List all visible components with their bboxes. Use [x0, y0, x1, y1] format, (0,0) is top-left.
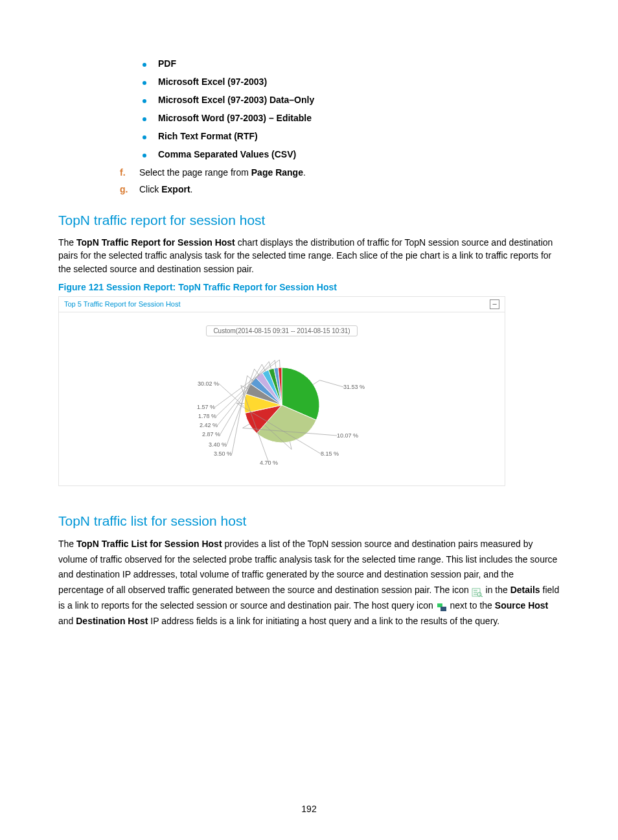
svg-line-38	[481, 596, 483, 597]
svg-text:31.53 %: 31.53 %	[343, 384, 365, 390]
bold-text: Destination Host	[76, 616, 148, 626]
text: The	[58, 237, 76, 248]
step-text: Click Export.	[139, 184, 192, 194]
text: and	[58, 616, 76, 626]
format-label: Comma Separated Values (CSV)	[158, 149, 296, 159]
text: The	[58, 539, 76, 549]
host-query-icon	[436, 601, 448, 611]
format-label: Microsoft Excel (97-2003) Data–Only	[158, 95, 314, 105]
list-item: PDF	[143, 58, 560, 69]
text: .	[190, 184, 193, 194]
chart-subtitle: Custom(2014-08-15 09:31 -- 2014-08-15 10…	[206, 325, 357, 336]
step-letter: g.	[120, 184, 139, 194]
step-letter: f.	[120, 167, 139, 178]
svg-text:2.42 %: 2.42 %	[200, 422, 218, 428]
svg-line-6	[243, 424, 249, 428]
svg-line-27	[275, 360, 276, 368]
step-f: f. Select the page range from Page Range…	[120, 167, 560, 178]
svg-text:30.02 %: 30.02 %	[198, 380, 219, 387]
bold-text: TopN Traffic List for Session Host	[76, 539, 222, 549]
heading-topn-report: TopN traffic report for session host	[58, 213, 560, 228]
bullet-icon	[143, 154, 146, 158]
format-label: Microsoft Excel (97-2003)	[158, 76, 267, 87]
bullet-icon	[143, 135, 146, 139]
pie-svg: 31.53 %30.02 %10.07 %8.15 %4.70 %3.50 %3…	[181, 360, 382, 470]
bullet-icon	[143, 117, 146, 121]
svg-line-1	[320, 380, 343, 387]
svg-text:1.78 %: 1.78 %	[198, 413, 216, 419]
list-item: Rich Text Format (RTF)	[143, 131, 560, 141]
svg-rect-40	[441, 607, 446, 611]
bold-text: Export	[161, 184, 190, 194]
paragraph: The TopN Traffic Report for Session Host…	[58, 236, 560, 275]
svg-line-21	[262, 364, 265, 371]
collapse-button[interactable]: –	[490, 299, 499, 309]
text: Select the page range from	[139, 167, 251, 178]
chart-area: Custom(2014-08-15 09:31 -- 2014-08-15 10…	[59, 312, 505, 485]
heading-topn-list: TopN traffic list for session host	[58, 513, 560, 529]
bullet-icon	[143, 81, 146, 85]
text: Click	[139, 184, 161, 194]
svg-text:3.40 %: 3.40 %	[209, 441, 227, 448]
list-item: Microsoft Excel (97-2003)	[143, 76, 560, 87]
text: IP address fields is a link for initiati…	[148, 616, 499, 626]
format-label: Microsoft Word (97-2003) – Editable	[158, 113, 312, 123]
svg-line-0	[314, 380, 320, 385]
svg-text:4.70 %: 4.70 %	[260, 460, 278, 466]
figure-caption: Figure 121 Session Report: TopN Traffic …	[58, 282, 560, 292]
step-list: f. Select the page range from Page Range…	[120, 167, 560, 194]
figure-header: Top 5 Traffic Report for Session Host –	[59, 296, 505, 312]
format-list: PDF Microsoft Excel (97-2003) Microsoft …	[143, 58, 560, 159]
svg-text:10.07 %: 10.07 %	[337, 432, 358, 439]
svg-line-16	[232, 376, 247, 454]
bold-text: Details	[510, 585, 540, 595]
svg-text:8.15 %: 8.15 %	[321, 450, 339, 457]
figure-title: Top 5 Traffic Report for Session Host	[64, 300, 181, 308]
text: in the	[486, 585, 510, 595]
svg-text:2.87 %: 2.87 %	[202, 431, 220, 438]
bullet-icon	[143, 63, 146, 67]
text: .	[303, 167, 306, 178]
svg-text:3.50 %: 3.50 %	[214, 450, 232, 457]
page-number: 192	[0, 804, 618, 814]
pie-chart: 31.53 %30.02 %10.07 %8.15 %4.70 %3.50 %3…	[181, 360, 382, 470]
figure-panel: Top 5 Traffic Report for Session Host – …	[58, 296, 505, 486]
svg-text:1.57 %: 1.57 %	[197, 404, 215, 410]
step-g: g. Click Export.	[120, 184, 560, 194]
details-icon	[472, 587, 483, 596]
format-label: PDF	[158, 58, 176, 69]
bold-text: Page Range	[251, 167, 303, 178]
svg-line-9	[236, 403, 244, 404]
list-item: Comma Separated Values (CSV)	[143, 149, 560, 159]
list-item: Microsoft Excel (97-2003) Data–Only	[143, 95, 560, 105]
svg-line-30	[280, 360, 280, 368]
list-item: Microsoft Word (97-2003) – Editable	[143, 113, 560, 123]
bullet-icon	[143, 99, 146, 103]
step-text: Select the page range from Page Range.	[139, 167, 306, 178]
bold-text: TopN Traffic Report for Session Host	[76, 237, 235, 248]
paragraph: The TopN Traffic List for Session Host p…	[58, 537, 560, 629]
format-label: Rich Text Format (RTF)	[158, 131, 258, 141]
bold-text: Source Host	[495, 600, 548, 611]
text: next to the	[450, 600, 495, 611]
